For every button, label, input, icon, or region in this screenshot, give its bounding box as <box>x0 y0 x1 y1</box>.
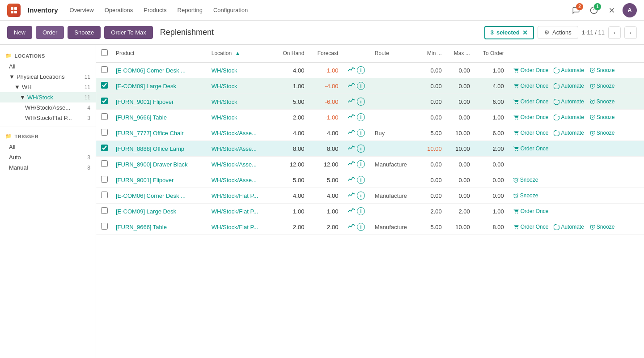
max-header[interactable]: Max ... <box>445 45 474 62</box>
product-link[interactable]: [E-COM09] Large Desk <box>116 208 176 215</box>
product-header[interactable]: Product <box>112 45 208 62</box>
location-cell[interactable]: WH/Stock/Flat P... <box>208 188 273 204</box>
location-link[interactable]: WH/Stock/Asse... <box>212 130 257 136</box>
product-link[interactable]: [E-COM06] Corner Desk ... <box>116 67 186 74</box>
info-icon[interactable]: i <box>357 98 365 106</box>
location-cell[interactable]: WH/Stock/Flat P... <box>208 204 273 219</box>
row-checkbox-cell[interactable] <box>96 110 112 125</box>
info-icon[interactable]: i <box>357 113 365 121</box>
chart-cell[interactable]: i <box>342 188 371 204</box>
chart-icon[interactable] <box>348 67 355 73</box>
location-cell[interactable]: WH/Stock <box>208 110 273 125</box>
snooze-action-button[interactable]: Snooze <box>588 66 617 74</box>
chart-cell[interactable]: i <box>342 125 371 141</box>
info-icon[interactable]: i <box>357 160 365 168</box>
product-cell[interactable]: [E-COM06] Corner Desk ... <box>112 188 208 204</box>
app-logo[interactable] <box>7 4 21 17</box>
location-cell[interactable]: WH/Stock/Flat P... <box>208 219 273 235</box>
chart-cell[interactable]: i <box>342 219 371 235</box>
product-cell[interactable]: [E-COM06] Corner Desk ... <box>112 62 208 78</box>
order-once-button[interactable]: Order Once <box>511 113 551 121</box>
order-once-button[interactable]: Order Once <box>511 98 551 106</box>
location-cell[interactable]: WH/Stock <box>208 94 273 110</box>
snooze-action-button[interactable]: Snooze <box>511 176 540 184</box>
select-all-header[interactable] <box>96 45 112 62</box>
order-once-button[interactable]: Order Once <box>511 145 551 153</box>
location-link[interactable]: WH/Stock/Flat P... <box>212 208 258 215</box>
chart-icon[interactable] <box>348 129 355 136</box>
location-link[interactable]: WH/Stock <box>212 114 237 121</box>
product-cell[interactable]: [FURN_8900] Drawer Black <box>112 157 208 172</box>
product-cell[interactable]: [E-COM09] Large Desk <box>112 78 208 94</box>
row-checkbox[interactable] <box>101 160 108 167</box>
row-checkbox[interactable] <box>101 192 108 198</box>
location-link[interactable]: WH/Stock <box>212 98 237 105</box>
location-link[interactable]: WH/Stock/Asse... <box>212 177 257 183</box>
row-checkbox-cell[interactable] <box>96 157 112 172</box>
min-header[interactable]: Min ... <box>419 45 445 62</box>
info-icon[interactable]: i <box>357 129 365 137</box>
row-checkbox-cell[interactable] <box>96 141 112 157</box>
chart-icon[interactable] <box>348 223 355 230</box>
automate-button[interactable]: Automate <box>552 66 585 74</box>
row-checkbox-cell[interactable] <box>96 125 112 141</box>
row-checkbox-cell[interactable] <box>96 62 112 78</box>
forecast-header[interactable]: Forecast <box>308 45 342 62</box>
location-link[interactable]: WH/Stock <box>212 67 237 74</box>
row-checkbox[interactable] <box>101 145 108 151</box>
selected-badge[interactable]: 3 selected ✕ <box>484 26 534 39</box>
order-once-button[interactable]: Order Once <box>511 129 551 137</box>
info-icon[interactable]: i <box>357 82 365 90</box>
row-checkbox[interactable] <box>101 129 108 136</box>
row-checkbox-cell[interactable] <box>96 78 112 94</box>
location-cell[interactable]: WH/Stock <box>208 78 273 94</box>
chart-cell[interactable]: i <box>342 157 371 172</box>
on-hand-header[interactable]: On Hand <box>273 45 308 62</box>
product-cell[interactable]: [FURN_9001] Flipover <box>112 94 208 110</box>
chart-icon[interactable] <box>348 114 355 120</box>
product-cell[interactable]: [FURN_8888] Office Lamp <box>112 141 208 157</box>
order-once-button[interactable]: Order Once <box>511 223 551 231</box>
sidebar-auto[interactable]: Auto 3 <box>0 152 96 162</box>
snooze-action-button[interactable]: Snooze <box>588 129 617 137</box>
product-link[interactable]: [FURN_9001] Flipover <box>116 98 174 105</box>
product-cell[interactable]: [FURN_7777] Office Chair <box>112 125 208 141</box>
product-link[interactable]: [FURN_9001] Flipover <box>116 177 174 183</box>
product-link[interactable]: [FURN_9666] Table <box>116 224 167 230</box>
product-link[interactable]: [E-COM09] Large Desk <box>116 83 176 90</box>
automate-button[interactable]: Automate <box>552 223 585 231</box>
info-icon[interactable]: i <box>357 192 365 200</box>
nav-overview[interactable]: Overview <box>65 4 98 16</box>
order-to-max-button[interactable]: Order To Max <box>104 26 153 39</box>
order-once-button[interactable]: Order Once <box>511 207 551 215</box>
clear-selection-icon[interactable]: ✕ <box>522 29 528 36</box>
info-icon[interactable]: i <box>357 145 365 153</box>
info-icon[interactable]: i <box>357 207 365 215</box>
order-once-button[interactable]: Order Once <box>511 82 551 90</box>
chart-icon[interactable] <box>348 176 355 183</box>
location-link[interactable]: WH/Stock/Flat P... <box>212 224 258 230</box>
automate-button[interactable]: Automate <box>552 129 585 137</box>
row-checkbox[interactable] <box>101 82 108 89</box>
chart-icon[interactable] <box>348 98 355 105</box>
prev-page-button[interactable]: ‹ <box>608 26 621 39</box>
row-checkbox-cell[interactable] <box>96 204 112 219</box>
row-checkbox[interactable] <box>101 113 108 120</box>
nav-operations[interactable]: Operations <box>100 4 138 16</box>
row-checkbox[interactable] <box>101 223 108 230</box>
snooze-action-button[interactable]: Snooze <box>588 113 617 121</box>
location-cell[interactable]: WH/Stock/Asse... <box>208 157 273 172</box>
location-cell[interactable]: WH/Stock/Asse... <box>208 172 273 188</box>
product-cell[interactable]: [FURN_9666] Table <box>112 219 208 235</box>
snooze-action-button[interactable]: Snooze <box>511 192 540 200</box>
row-checkbox[interactable] <box>101 66 108 73</box>
row-checkbox-cell[interactable] <box>96 172 112 188</box>
sidebar-wh-stock-flat[interactable]: WH/Stock/Flat P... 3 <box>0 113 96 123</box>
location-header[interactable]: Location ▲ <box>208 45 273 62</box>
nav-products[interactable]: Products <box>139 4 171 16</box>
chart-icon[interactable] <box>348 145 355 152</box>
chart-cell[interactable]: i <box>342 78 371 94</box>
automate-button[interactable]: Automate <box>552 98 585 106</box>
location-link[interactable]: WH/Stock <box>212 83 237 90</box>
sidebar-trigger-all[interactable]: All <box>0 142 96 152</box>
